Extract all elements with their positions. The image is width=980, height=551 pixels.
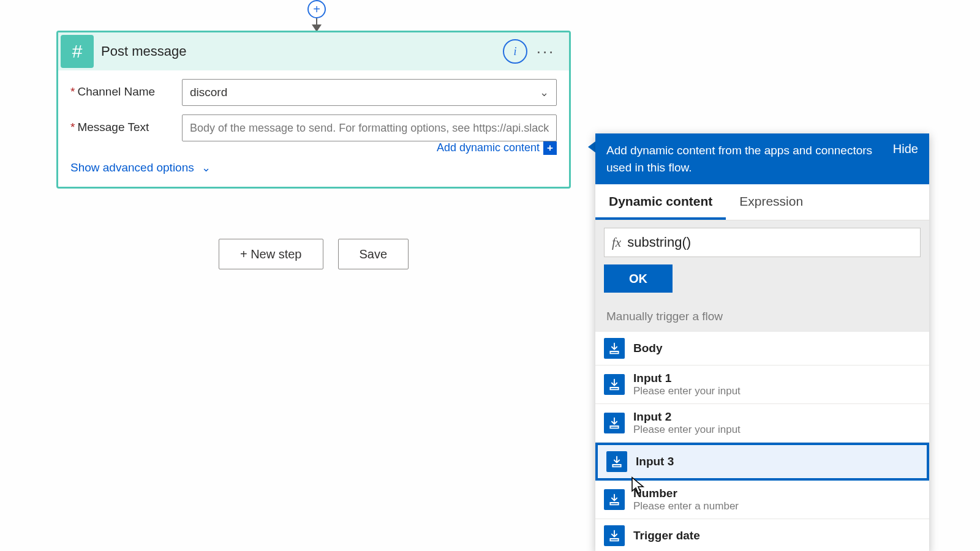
panel-hide-link[interactable]: Hide (887, 142, 918, 156)
trigger-input-icon (604, 338, 625, 359)
trigger-input-icon (604, 413, 625, 433)
dynamic-item-title: Body (633, 342, 663, 355)
trigger-input-icon (604, 374, 625, 395)
dynamic-item-title: Input 3 (636, 455, 674, 468)
info-button[interactable]: i (503, 39, 527, 64)
expression-box[interactable]: fx (604, 228, 921, 257)
field-label-message: Message Text (77, 121, 149, 133)
chevron-down-icon: ⌄ (540, 86, 549, 99)
dynamic-item-text: Input 1Please enter your input (633, 372, 741, 397)
dynamic-item-text: Trigger date (633, 529, 700, 542)
new-step-button[interactable]: + New step (219, 239, 323, 269)
tab-expression[interactable]: Expression (726, 184, 816, 220)
dynamic-content-list: BodyInput 1Please enter your inputInput … (595, 332, 929, 551)
bottom-button-row: + New step Save (56, 239, 571, 269)
connector-column: + (307, 0, 326, 32)
action-card-post-message: # Post message i ··· *Channel Name disco… (56, 31, 571, 189)
dynamic-item-desc: Please enter your input (633, 424, 741, 436)
panel-header: Add dynamic content from the apps and co… (595, 133, 929, 184)
save-button[interactable]: Save (338, 239, 409, 269)
field-message-text: *Message Text (70, 114, 557, 141)
dynamic-item-input-2[interactable]: Input 2Please enter your input (595, 404, 929, 443)
message-text-input[interactable] (182, 114, 557, 141)
ellipsis-icon: ··· (537, 42, 556, 61)
dynamic-item-title: Input 2 (633, 410, 741, 424)
expression-ok-button[interactable]: OK (604, 264, 673, 293)
field-label-channel: Channel Name (77, 85, 155, 98)
trigger-input-icon (604, 525, 625, 546)
channel-name-select[interactable]: discord ⌄ (182, 79, 557, 106)
chevron-down-icon: ⌄ (202, 161, 211, 174)
panel-header-text: Add dynamic content from the apps and co… (606, 142, 887, 176)
dynamic-item-number[interactable]: NumberPlease enter a number (595, 481, 929, 519)
card-body: *Channel Name discord ⌄ *Message Text Ad… (58, 70, 569, 187)
dynamic-item-input-1[interactable]: Input 1Please enter your input (595, 365, 929, 404)
add-dynamic-content-badge[interactable]: + (543, 141, 557, 155)
dynamic-item-input-3[interactable]: Input 3 (595, 443, 929, 481)
field-channel-name: *Channel Name discord ⌄ (70, 79, 557, 106)
card-header[interactable]: # Post message i ··· (58, 32, 569, 70)
trigger-input-icon (604, 489, 625, 510)
slack-icon: # (61, 35, 94, 68)
dynamic-item-trigger-date[interactable]: Trigger date (595, 519, 929, 551)
plus-icon: + (313, 2, 320, 17)
expression-input[interactable] (627, 234, 915, 250)
dynamic-item-desc: Please enter a number (633, 500, 739, 512)
dynamic-item-title: Input 1 (633, 372, 741, 385)
dynamic-item-title: Trigger date (633, 529, 700, 542)
group-header-manually-trigger: Manually trigger a flow (595, 301, 929, 332)
show-advanced-options-toggle[interactable]: Show advanced options ⌄ (70, 161, 557, 174)
add-dynamic-content-link[interactable]: Add dynamic content (437, 141, 540, 154)
dynamic-item-desc: Please enter your input (633, 385, 741, 397)
expression-area: fx OK (595, 220, 929, 301)
dynamic-content-panel: Add dynamic content from the apps and co… (595, 133, 929, 551)
fx-icon: fx (609, 235, 627, 250)
dynamic-item-text: NumberPlease enter a number (633, 487, 739, 512)
panel-tabs: Dynamic content Expression (595, 184, 929, 220)
add-step-between-button[interactable]: + (307, 0, 326, 18)
channel-name-value: discord (190, 86, 227, 99)
add-dynamic-content-row: Add dynamic content+ (70, 141, 557, 155)
required-mark: * (70, 121, 75, 133)
dynamic-item-text: Body (633, 342, 663, 355)
trigger-input-icon (606, 451, 627, 472)
dynamic-item-title: Number (633, 487, 739, 500)
dynamic-item-text: Input 2Please enter your input (633, 410, 741, 436)
required-mark: * (70, 85, 75, 98)
card-menu-button[interactable]: ··· (533, 39, 558, 64)
show-advanced-label: Show advanced options (70, 161, 194, 174)
dynamic-item-body[interactable]: Body (595, 332, 929, 365)
card-title: Post message (101, 43, 497, 59)
connector-line (316, 18, 317, 24)
dynamic-item-text: Input 3 (636, 455, 674, 468)
tab-dynamic-content[interactable]: Dynamic content (595, 184, 726, 220)
info-icon: i (513, 45, 516, 58)
